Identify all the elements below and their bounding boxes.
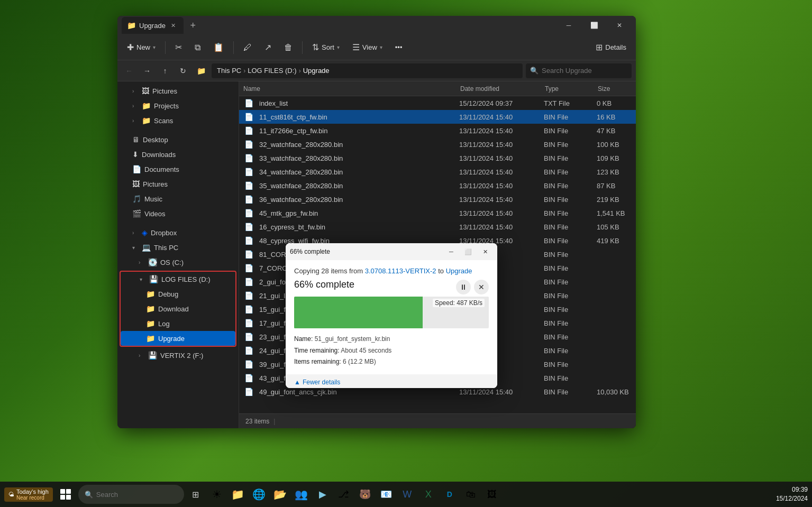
rename-button[interactable]: 🖊 (238, 39, 257, 57)
table-row[interactable]: 📄 16_cypress_bt_fw.bin 13/11/2024 15:40 … (239, 220, 636, 234)
sidebar-item-documents[interactable]: 📄 Documents 📌 (120, 162, 236, 177)
taskbar-notification[interactable]: 🌤 Today's high Near record (4, 487, 53, 502)
explorer-tab[interactable]: 📁 Upgrade ✕ (122, 17, 184, 34)
new-tab-button[interactable]: + (186, 18, 200, 33)
sidebar-item-videos[interactable]: 🎬 Videos 📌 (120, 206, 236, 221)
view-button[interactable]: ☰ View ▾ (347, 39, 388, 57)
file-icon: 📄 (244, 113, 255, 121)
maximize-button[interactable]: ⬜ (582, 16, 606, 35)
up-button[interactable]: ↑ (158, 63, 172, 78)
new-button[interactable]: ✚ New ▾ (122, 39, 161, 57)
refresh-button[interactable]: ↻ (176, 63, 190, 78)
taskbar-terminal[interactable]: ▶ (313, 485, 332, 504)
sidebar-item-log[interactable]: 📁 Log (121, 316, 235, 331)
sidebar-item-pictures2[interactable]: 🖼 Pictures 📌 (120, 177, 236, 191)
delete-button[interactable]: 🗑 (279, 39, 298, 57)
col-header-name[interactable]: Name (239, 81, 456, 96)
file-name: 49_gui_font_ancs_cjk.bin (259, 388, 337, 396)
taskbar-weather[interactable]: ☀ (207, 485, 226, 504)
breadcrumb-thispc[interactable]: This PC (217, 67, 241, 75)
more-button[interactable]: ••• (390, 39, 408, 57)
sidebar-item-osc[interactable]: › 💽 OS (C:) (120, 255, 236, 270)
sort-button[interactable]: ⇅ Sort ▾ (307, 39, 345, 57)
breadcrumb[interactable]: This PC › LOG FILES (D:) › Upgrade (212, 63, 523, 78)
file-name-label: Name: (294, 335, 313, 343)
forward-button[interactable]: → (140, 63, 154, 78)
search-bar[interactable]: 🔍 (526, 63, 632, 78)
taskbar-word[interactable]: W (398, 485, 417, 504)
sidebar-item-pictures[interactable]: › 🖼 Pictures 📌 (120, 84, 236, 98)
file-type-cell: BIN File (540, 220, 592, 234)
taskbar-search-input[interactable] (96, 491, 160, 499)
sidebar-item-music[interactable]: 🎵 Music 📌 (120, 191, 236, 206)
table-row[interactable]: 📄 32_watchface_280x280.bin 13/11/2024 15… (239, 137, 636, 151)
close-button[interactable]: ✕ (607, 16, 632, 35)
table-row[interactable]: 📄 35_watchface_280x280.bin 13/11/2024 15… (239, 179, 636, 192)
table-row[interactable]: 📄 11_cst816t_ctp_fw.bin 13/11/2024 15:40… (239, 110, 636, 124)
taskbar-file-explorer[interactable]: 📁 (229, 485, 248, 504)
sidebar-item-upgrade[interactable]: 📁 Upgrade (121, 331, 235, 346)
notification-icon: 🌤 (8, 491, 14, 497)
details-button[interactable]: ⊞ Details (590, 39, 632, 57)
sidebar-item-projects[interactable]: › 📁 Projects 📌 (120, 98, 236, 113)
copy-maximize-button[interactable]: ⬜ (460, 244, 476, 259)
dest-link[interactable]: Upgrade (446, 267, 472, 275)
sidebar-item-logfiles[interactable]: ▾ 💾 LOG FILES (D:) (121, 272, 235, 287)
table-row[interactable]: 📄 36_watchface_280x280.bin 13/11/2024 15… (239, 192, 636, 206)
file-size-cell (592, 344, 635, 357)
col-header-date[interactable]: Date modified (456, 81, 541, 96)
cancel-copy-button[interactable]: ✕ (474, 280, 489, 294)
paste-button[interactable]: 📋 (208, 39, 229, 57)
taskbar-git[interactable]: ⎇ (334, 485, 353, 504)
copy-button[interactable]: ⧉ (189, 39, 206, 57)
taskbar-taskview[interactable]: ⊞ (186, 485, 205, 504)
file-type-cell: BIN File (540, 206, 592, 220)
taskbar-teams[interactable]: 👥 (292, 485, 311, 504)
table-row[interactable]: 📄 index_list 15/12/2024 09:37 TXT File 0… (239, 96, 636, 110)
breadcrumb-logfiles[interactable]: LOG FILES (D:) (248, 67, 296, 75)
col-header-size[interactable]: Size (594, 81, 636, 96)
tab-close-button[interactable]: ✕ (169, 21, 178, 30)
copy-minimize-button[interactable]: ─ (443, 244, 459, 259)
file-name: 32_watchface_280x280.bin (259, 141, 343, 149)
sidebar-item-downloads[interactable]: ⬇ Downloads 📌 (120, 147, 236, 162)
sidebar-item-scans[interactable]: › 📁 Scans 📌 (120, 113, 236, 128)
minimize-button[interactable]: ─ (556, 16, 581, 35)
table-row[interactable]: 📄 33_watchface_280x280.bin 13/11/2024 15… (239, 151, 636, 165)
col-header-type[interactable]: Type (541, 81, 594, 96)
start-button[interactable] (55, 484, 76, 505)
source-link[interactable]: 3.0708.1113-VERTIX-2 (365, 267, 436, 275)
sidebar-item-thispc[interactable]: ▾ 💻 This PC (120, 240, 236, 255)
taskbar-outlook[interactable]: 📧 (377, 485, 396, 504)
taskbar-photos[interactable]: 🖼 (482, 485, 501, 504)
file-name: 45_mtk_gps_fw.bin (259, 209, 318, 217)
sidebar-item-dropbox[interactable]: › ◈ Dropbox (120, 225, 236, 240)
back-button[interactable]: ← (122, 63, 136, 78)
table-row[interactable]: 📄 45_mtk_gps_fw.bin 13/11/2024 15:40 BIN… (239, 206, 636, 220)
sidebar-item-download[interactable]: 📁 Download (121, 301, 235, 316)
taskbar-excel[interactable]: X (419, 485, 438, 504)
taskbar-folder2[interactable]: 📂 (271, 485, 290, 504)
breadcrumb-current[interactable]: Upgrade (303, 67, 330, 75)
search-input[interactable] (542, 67, 631, 75)
sidebar-item-debug[interactable]: 📁 Debug (121, 287, 235, 301)
file-name: index_list (259, 99, 288, 107)
cut-button[interactable]: ✂ (170, 39, 187, 57)
taskbar-search[interactable]: 🔍 (78, 485, 184, 504)
taskbar-time[interactable]: 09:39 15/12/2024 (776, 485, 808, 503)
pause-button[interactable]: ⏸ (456, 280, 471, 294)
taskbar-chrome[interactable]: 🌐 (250, 485, 269, 504)
table-row[interactable]: 📄 11_it7266e_ctp_fw.bin 13/11/2024 15:40… (239, 124, 636, 137)
file-icon: 📄 (244, 333, 255, 341)
taskbar-dell[interactable]: D (440, 485, 459, 504)
sidebar-item-desktop[interactable]: 🖥 Desktop 📌 (120, 132, 236, 147)
fewer-details-button[interactable]: ▲ Fewer details (286, 376, 497, 388)
taskbar-bear[interactable]: 🐻 (355, 485, 375, 504)
copy-close-button[interactable]: ✕ (477, 244, 493, 259)
col-size-label: Size (598, 85, 610, 93)
table-row[interactable]: 📄 34_watchface_280x280.bin 13/11/2024 15… (239, 165, 636, 179)
taskbar-store[interactable]: 🛍 (461, 485, 480, 504)
share-button[interactable]: ↗ (259, 39, 277, 57)
sidebar-item-vertix[interactable]: › 💾 VERTIX 2 (F:) (120, 348, 236, 363)
windows-icon (60, 489, 71, 500)
